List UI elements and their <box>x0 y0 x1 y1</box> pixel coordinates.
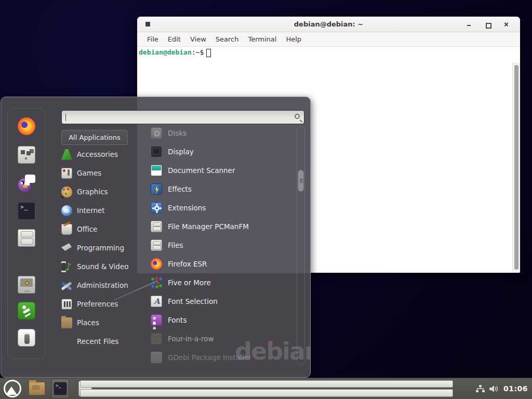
lock-screen-icon[interactable] <box>18 276 35 294</box>
terminal-menubar: File Edit View Search Terminal Help <box>137 32 520 47</box>
app-effects[interactable]: Effects <box>151 180 296 198</box>
internet-globe-icon <box>61 205 72 216</box>
text-caret <box>65 114 66 121</box>
app-font-selection[interactable]: Font Selection <box>151 292 296 311</box>
category-games[interactable]: Games <box>61 164 139 182</box>
display-icon <box>151 146 162 157</box>
games-icon <box>61 168 72 179</box>
search-box <box>61 110 304 124</box>
menu-button-icon[interactable] <box>4 380 21 397</box>
category-preferences[interactable]: Preferences <box>61 295 139 313</box>
category-internet[interactable]: Internet <box>61 201 139 220</box>
app-file-manager-pcmanfm[interactable]: File Manager PCManFM <box>151 217 296 236</box>
graphics-icon <box>61 187 72 197</box>
app-list-scrollbar-thumb[interactable] <box>298 170 304 192</box>
app-files[interactable]: Files <box>151 236 296 255</box>
firefox-esr-icon <box>151 258 162 270</box>
monitor-stand <box>24 290 30 292</box>
taskbar-clock[interactable]: 01:06 <box>503 384 528 393</box>
administration-tools-icon <box>61 280 72 291</box>
pidgin-beak <box>23 185 28 188</box>
effects-icon <box>151 183 162 195</box>
logout-icon[interactable] <box>18 302 35 320</box>
category-recent-files[interactable]: Recent Files <box>61 332 139 351</box>
four-in-a-row-icon <box>151 333 162 344</box>
app-gdebi-package-installer[interactable]: GDebi Package Installer <box>151 348 296 367</box>
pcmanfm-cabinet-icon <box>151 221 162 232</box>
accessories-icon <box>61 149 72 160</box>
menu-terminal[interactable]: Terminal <box>243 35 281 43</box>
terminal-titlebar[interactable]: debian@debian: ~ <box>137 17 520 32</box>
programming-icon <box>61 243 72 254</box>
category-graphics[interactable]: Graphics <box>61 182 139 201</box>
firefox-icon[interactable] <box>18 117 35 135</box>
search-input[interactable] <box>65 111 289 123</box>
minimize-button[interactable] <box>466 21 472 28</box>
application-menu: debian All Applications Accessories Game… <box>1 97 311 378</box>
category-sound-video[interactable]: Sound & Video <box>61 257 139 276</box>
terminal-scrollbar[interactable] <box>512 62 520 272</box>
preferences-sliders-icon <box>61 299 72 310</box>
menu-view[interactable]: View <box>185 35 211 43</box>
system-tray: 01:06 <box>476 384 532 393</box>
network-icon[interactable] <box>476 385 485 393</box>
extensions-gear-icon <box>151 202 162 214</box>
search-icon <box>295 114 300 119</box>
app-extensions[interactable]: Extensions <box>151 198 296 217</box>
pidgin-eye <box>21 181 24 184</box>
app-document-scanner[interactable]: Document Scanner <box>151 161 296 180</box>
disks-icon <box>151 127 162 139</box>
app-disks[interactable]: Disks <box>151 124 296 142</box>
shutdown-icon[interactable] <box>18 329 35 347</box>
sound-video-icon <box>61 261 72 272</box>
category-places[interactable]: Places <box>61 313 139 332</box>
menu-file[interactable]: File <box>142 35 163 43</box>
file-manager-icon[interactable] <box>18 229 35 247</box>
office-icon <box>61 224 72 235</box>
keyboard-icon[interactable] <box>18 146 35 164</box>
all-applications-button[interactable]: All Applications <box>61 130 128 145</box>
volume-icon[interactable] <box>489 385 499 393</box>
menu-edit[interactable]: Edit <box>163 35 185 43</box>
prompt-path: :~$ <box>192 48 204 56</box>
taskbar: 01:06 <box>0 378 532 399</box>
app-firefox-esr[interactable]: Firefox ESR <box>151 255 296 273</box>
menu-search[interactable]: Search <box>211 35 244 43</box>
files-cabinet-icon <box>151 240 162 251</box>
category-accessories[interactable]: Accessories <box>61 145 139 164</box>
document-scanner-icon <box>151 165 162 176</box>
places-folder-icon <box>61 317 72 328</box>
taskbar-terminal-task[interactable] <box>51 379 69 398</box>
five-or-more-icon <box>151 277 162 288</box>
gdebi-icon <box>151 352 162 363</box>
category-administration[interactable]: Administration <box>61 276 139 295</box>
app-display[interactable]: Display <box>151 142 296 161</box>
pidgin-icon[interactable] <box>18 175 35 192</box>
font-selection-icon <box>151 296 162 307</box>
terminal-title: debian@debian: ~ <box>137 20 520 28</box>
category-programming[interactable]: Programming <box>61 238 139 257</box>
terminal-cursor <box>206 49 211 57</box>
taskbar-terminal-icon <box>54 382 67 395</box>
maximize-button[interactable] <box>485 21 491 28</box>
close-button[interactable] <box>503 21 510 28</box>
app-five-or-more[interactable]: Five or More <box>151 273 296 292</box>
taskbar-file-manager-icon[interactable] <box>78 381 92 396</box>
terminal-scrollbar-thumb[interactable] <box>514 65 518 270</box>
app-four-in-a-row[interactable]: Four-in-a-row <box>151 329 296 348</box>
terminal-launcher-icon[interactable] <box>18 202 35 220</box>
category-office[interactable]: Office <box>61 220 139 238</box>
prompt-user-host: debian@debian <box>139 48 192 56</box>
fonts-icon <box>151 314 162 326</box>
taskbar-folder-icon[interactable] <box>29 382 45 395</box>
app-list-scrollbar[interactable] <box>297 126 305 365</box>
app-fonts[interactable]: Fonts <box>151 311 296 329</box>
menu-help[interactable]: Help <box>281 35 306 43</box>
